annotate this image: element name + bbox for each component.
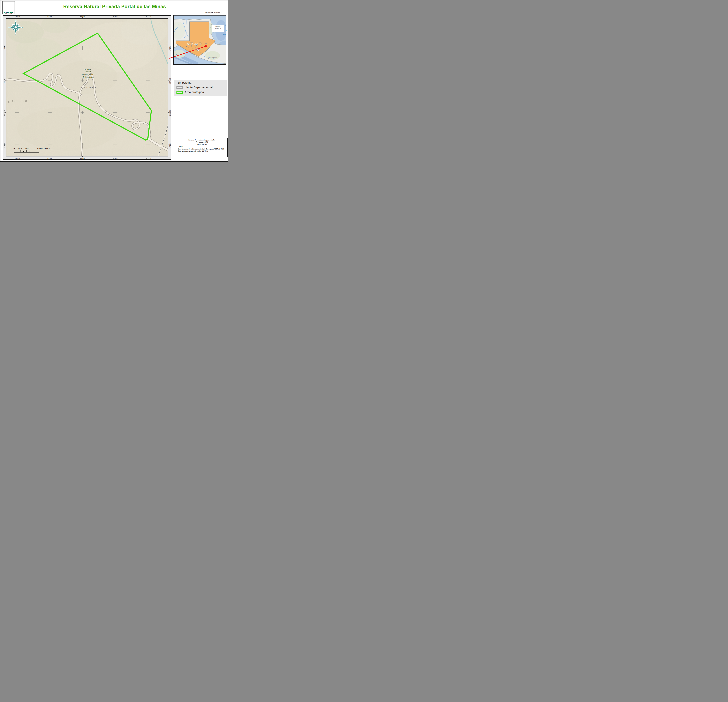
page-title: Reserva Natural Privada Portal de las Mi…	[56, 4, 173, 9]
coord-label-left-2: 1672000	[4, 107, 6, 119]
coord-label-right-3: 1671800	[169, 140, 171, 151]
document-code: DAGeos-478-2026-BS	[194, 12, 222, 13]
coord-label-bottom-1: 610600	[44, 158, 56, 160]
inset-san-salvador-label: San Salvador	[209, 57, 217, 58]
inset-belize-label: B	[210, 26, 211, 28]
dispute-note-line3: resuelto	[212, 29, 224, 31]
coord-label-top-3: 611000	[110, 16, 121, 18]
coord-label-bottom-3: 611000	[110, 158, 121, 160]
inset-label-layer: Guatemala Guatemala San Salvador B Difer…	[174, 15, 227, 65]
info-projection: Proyección GTM	[178, 141, 226, 143]
coord-label-bottom-0: 610400	[12, 158, 23, 160]
projection-info-box: Sistema de coordenadas proyectadas Proye…	[176, 138, 228, 157]
coord-label-left-3: 1671800	[4, 140, 6, 151]
inset-depth-label: 721	[175, 54, 177, 55]
coord-label-left-0: 1672400	[4, 43, 6, 54]
gulf-label-1: Gu	[225, 25, 227, 27]
gulf-label-3: Hond	[222, 33, 226, 35]
info-source-2: Base de datos cartografía básica IGN 201…	[178, 150, 226, 152]
legend-swatch-departmental	[176, 86, 183, 89]
legend-item-protected-area: Área protegida	[185, 91, 225, 94]
coord-label-bottom-2: 610800	[77, 158, 88, 160]
info-datum: Datum WGS84	[178, 143, 226, 146]
coord-label-top-1: 610600	[44, 16, 56, 18]
reserve-name-label: Reserva Natural Privada Portal de las Mi…	[75, 68, 101, 79]
coord-label-right-2: 1672000	[169, 107, 171, 119]
coord-label-top-4: 611200	[143, 16, 154, 18]
coord-label-right-1: 1672200	[169, 75, 171, 86]
scalebar-label-008: 0.08	[22, 147, 31, 150]
scalebar-unit-label: Kilómetros	[41, 147, 50, 150]
reserve-label-line1: Reserva	[75, 68, 101, 71]
legend-title: Simbología	[178, 81, 191, 84]
department-name-label: ZACAPA	[74, 86, 104, 89]
compass-east-label: E	[20, 26, 26, 29]
gulf-label-2: o	[226, 29, 227, 31]
coord-label-bottom-4: 611200	[143, 158, 154, 160]
info-source-1: Base de datos de la Dirección Análisis G…	[178, 148, 225, 150]
reserve-label-line4: de las Minas	[75, 76, 101, 78]
dispute-note-line1: Diferendo	[212, 26, 224, 27]
coord-label-right-0: 1672400	[169, 43, 171, 54]
info-fuente-label: Fuente:	[178, 146, 226, 148]
legend-swatch-protected-area	[176, 91, 183, 94]
inset-capital-label: Guatemala	[195, 48, 201, 50]
compass-north-label: N	[13, 19, 19, 22]
reserve-label-line3: Privada Portal	[75, 73, 101, 76]
reserve-label-line2: Natural	[75, 71, 101, 73]
inset-country-label: Guatemala	[183, 43, 206, 45]
compass-west-label: O	[6, 26, 12, 29]
logo-wordmark: CONAP	[3, 12, 14, 14]
coord-label-left-1: 1672200	[4, 75, 6, 86]
legend-item-departmental: Límite Departamental	[185, 86, 225, 89]
compass-south-label: S	[13, 33, 19, 36]
map-sheet-page: CONAP Reserva Natural Privada Portal de …	[0, 0, 228, 162]
territorial-dispute-note: Diferendo territorial no resuelto	[212, 25, 224, 32]
coord-label-top-0: 610400	[12, 16, 23, 18]
coord-label-top-2: 610800	[77, 16, 88, 18]
dispute-note-line2: territorial no	[212, 27, 224, 29]
info-coordinate-system: Sistema de coordenadas proyectadas	[178, 139, 226, 141]
